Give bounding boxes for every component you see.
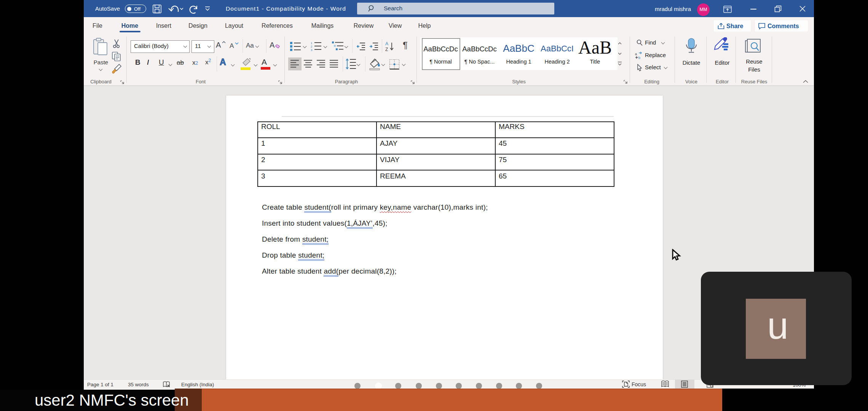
svg-text:b: b (638, 56, 640, 59)
svg-text:a: a (635, 52, 637, 56)
svg-text:Z: Z (385, 47, 388, 52)
svg-text:3: 3 (311, 48, 313, 51)
svg-text:1: 1 (311, 41, 313, 45)
svg-text:A: A (385, 41, 388, 46)
svg-text:2: 2 (311, 45, 313, 48)
